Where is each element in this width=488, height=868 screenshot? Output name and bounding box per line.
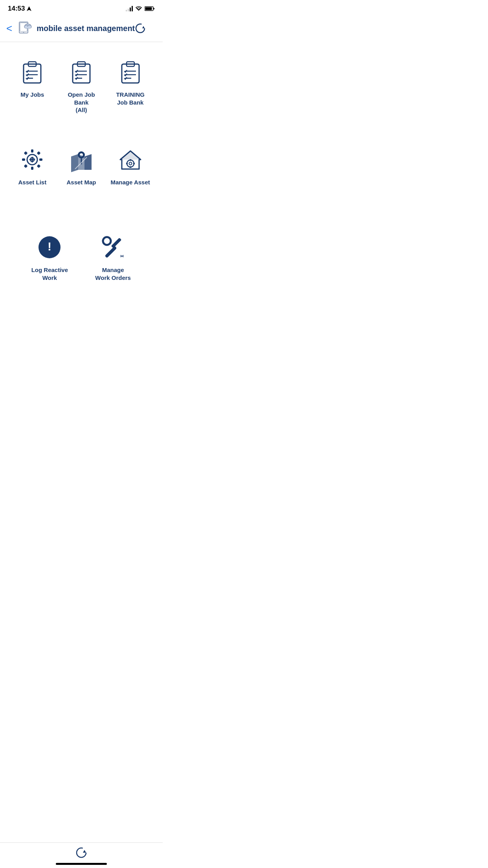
asset-map-label: Asset Map	[66, 178, 96, 186]
svg-rect-31	[31, 167, 33, 170]
manage-asset-button[interactable]: Manage Asset	[109, 145, 152, 186]
svg-rect-57	[105, 246, 117, 258]
wifi-icon	[135, 6, 142, 11]
signal-icon	[126, 6, 133, 11]
svg-point-49	[127, 160, 134, 167]
svg-marker-48	[120, 151, 141, 160]
open-job-bank-button[interactable]: Open Job Bank(All)	[60, 58, 103, 114]
manage-work-orders-button[interactable]: ManageWork Orders	[92, 233, 135, 281]
svg-rect-51	[130, 159, 131, 161]
my-jobs-icon	[18, 58, 46, 86]
open-job-bank-icon	[67, 58, 95, 86]
log-reactive-work-label: Log ReactiveWork	[31, 266, 68, 281]
battery-icon	[145, 6, 155, 11]
asset-list-button[interactable]: Asset List	[11, 145, 54, 186]
refresh-icon	[135, 23, 146, 34]
svg-rect-10	[25, 27, 31, 28]
svg-marker-43	[71, 154, 78, 172]
asset-map-button[interactable]: Asset Map	[60, 145, 103, 186]
status-icons	[126, 6, 155, 11]
asset-map-icon	[67, 145, 95, 174]
status-bar: 14:53	[0, 0, 163, 16]
location-icon	[26, 6, 32, 11]
svg-rect-52	[130, 166, 131, 168]
svg-point-50	[129, 162, 132, 165]
training-job-bank-icon	[116, 58, 145, 86]
manage-asset-label: Manage Asset	[110, 178, 150, 186]
svg-marker-45	[84, 154, 92, 170]
asset-list-label: Asset List	[18, 178, 46, 186]
svg-point-59	[105, 239, 108, 243]
grid-row-1: My Jobs Open Job Bank(All)	[0, 50, 163, 122]
svg-marker-0	[27, 6, 31, 11]
svg-rect-60	[111, 238, 121, 248]
svg-rect-30	[31, 149, 33, 153]
svg-rect-36	[24, 164, 28, 168]
svg-marker-61	[121, 255, 123, 257]
svg-rect-53	[126, 163, 128, 164]
svg-rect-35	[37, 151, 41, 155]
manage-work-orders-label: ManageWork Orders	[95, 266, 131, 281]
svg-rect-32	[22, 158, 25, 161]
svg-rect-54	[133, 163, 135, 164]
my-jobs-button[interactable]: My Jobs	[11, 58, 54, 99]
grid-row-3: ! Log ReactiveWork ManageWork Orders	[0, 225, 163, 289]
svg-rect-37	[37, 164, 41, 168]
my-jobs-label: My Jobs	[20, 91, 44, 99]
app-title: mobile asset management	[37, 24, 135, 33]
asset-list-icon	[18, 145, 46, 174]
svg-rect-2	[154, 8, 155, 9]
refresh-button[interactable]	[135, 23, 146, 34]
svg-rect-33	[39, 158, 42, 161]
app-logo: mobile asset management	[16, 20, 135, 37]
open-job-bank-label: Open Job Bank(All)	[60, 91, 103, 114]
main-content: My Jobs Open Job Bank(All)	[0, 42, 163, 329]
manage-asset-icon	[116, 145, 145, 174]
log-reactive-work-icon: !	[35, 233, 64, 261]
manage-work-orders-icon	[99, 233, 127, 261]
status-time: 14:53	[8, 5, 32, 13]
svg-rect-3	[145, 7, 152, 10]
nav-bar: < mobile asset management	[0, 16, 163, 42]
log-reactive-work-button[interactable]: ! Log ReactiveWork	[28, 233, 71, 281]
svg-marker-44	[78, 154, 84, 170]
logo-icon	[16, 20, 33, 37]
grid-row-2: Asset List Asset Map	[0, 138, 163, 194]
svg-marker-12	[142, 26, 145, 28]
training-job-bank-label: TRAININGJob Bank	[116, 91, 145, 106]
back-button[interactable]: <	[6, 23, 12, 33]
training-job-bank-button[interactable]: TRAININGJob Bank	[109, 58, 152, 106]
svg-point-6	[23, 32, 24, 33]
svg-rect-34	[24, 151, 28, 155]
svg-text:!: !	[48, 240, 51, 253]
